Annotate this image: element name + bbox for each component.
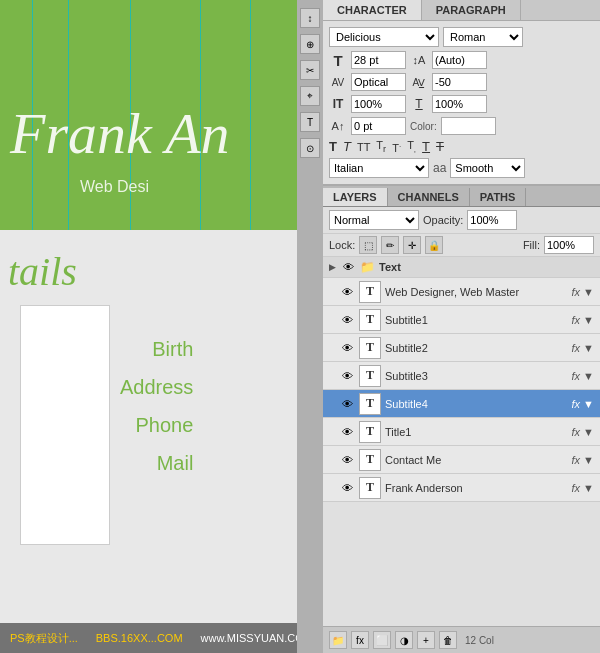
blend-mode-select[interactable]: Normal (329, 210, 419, 230)
strikethrough-button[interactable]: T (436, 139, 444, 154)
underline-button[interactable]: T (422, 139, 430, 154)
layer-4-eye[interactable]: 👁 (339, 396, 355, 412)
group-eye-icon[interactable]: 👁 (340, 259, 356, 275)
font-size-input[interactable] (351, 51, 406, 69)
vertical-scale-input[interactable] (351, 95, 406, 113)
layer-0-eye[interactable]: 👁 (339, 284, 355, 300)
bold-button[interactable]: T (329, 139, 337, 154)
toolbar-btn-3[interactable]: ✂ (300, 60, 320, 80)
layer-effects-btn[interactable]: fx (351, 631, 369, 649)
layer-2-fx[interactable]: fx ▼ (572, 342, 595, 354)
layer-mask-btn[interactable]: ⬜ (373, 631, 391, 649)
lock-all-btn[interactable]: 🔒 (425, 236, 443, 254)
kerning-tracking-row: AV AV̲ (329, 73, 594, 91)
layer-item-5[interactable]: 👁 T Title1 fx ▼ (323, 418, 600, 446)
lock-row: Lock: ⬚ ✏ ✛ 🔒 Fill: (323, 234, 600, 257)
language-select[interactable]: Italian (329, 158, 429, 178)
tab-paths[interactable]: PATHS (470, 188, 527, 206)
char-para-tabs: CHARACTER PARAGRAPH (323, 0, 600, 21)
tab-layers[interactable]: LAYERS (323, 188, 388, 206)
canvas-subtitle: Web Desi (80, 178, 149, 196)
toolbar-btn-1[interactable]: ↕ (300, 8, 320, 28)
layer-item-2[interactable]: 👁 T Subtitle2 fx ▼ (323, 334, 600, 362)
contact-list: Birth Address Phone Mail (120, 330, 193, 482)
opacity-input[interactable] (467, 210, 517, 230)
layer-1-fx[interactable]: fx ▼ (572, 314, 595, 326)
layers-bottom-bar: 📁 fx ⬜ ◑ + 🗑 12 Col (323, 626, 600, 653)
lock-transparent-btn[interactable]: ⬚ (359, 236, 377, 254)
italic-button[interactable]: T (343, 139, 351, 154)
toolbar-btn-5[interactable]: T (300, 112, 320, 132)
blend-mode-row: Normal Opacity: (323, 207, 600, 234)
font-family-select[interactable]: Delicious (329, 27, 439, 47)
watermark-text-mid: BBS.16XX...COM (96, 632, 183, 644)
toolbar-btn-2[interactable]: ⊕ (300, 34, 320, 54)
new-group-btn[interactable]: 📁 (329, 631, 347, 649)
tab-paragraph[interactable]: PARAGRAPH (422, 0, 521, 20)
baseline-input[interactable] (351, 117, 406, 135)
layer-5-eye[interactable]: 👁 (339, 424, 355, 440)
layer-7-eye[interactable]: 👁 (339, 480, 355, 496)
layer-0-fx[interactable]: fx ▼ (572, 286, 595, 298)
contact-phone: Phone (120, 406, 193, 444)
layer-5-name: Title1 (385, 426, 568, 438)
watermark-text-right: www.MISSYUAN.COM (201, 632, 297, 644)
tracking-input[interactable] (432, 73, 487, 91)
layer-5-fx[interactable]: fx ▼ (572, 426, 595, 438)
subscript-button[interactable]: T, (407, 139, 416, 154)
toolbar-btn-4[interactable]: ⌖ (300, 86, 320, 106)
layer-0-name: Web Designer, Web Master (385, 286, 568, 298)
lock-position-btn[interactable]: ✛ (403, 236, 421, 254)
size-leading-row: T ↕A (329, 51, 594, 69)
layer-item-1[interactable]: 👁 T Subtitle1 fx ▼ (323, 306, 600, 334)
layer-2-eye[interactable]: 👁 (339, 340, 355, 356)
layer-item-3[interactable]: 👁 T Subtitle3 fx ▼ (323, 362, 600, 390)
layer-3-fx[interactable]: fx ▼ (572, 370, 595, 382)
superscript-button[interactable]: T. (392, 140, 401, 154)
tab-channels[interactable]: CHANNELS (388, 188, 470, 206)
character-panel: Delicious Roman T ↕A AV AV̲ IT T (323, 21, 600, 186)
leading-input[interactable] (432, 51, 487, 69)
fill-input[interactable] (544, 236, 594, 254)
smallcaps-button[interactable]: Tr (376, 139, 386, 154)
watermark-bar: PS教程设计... BBS.16XX...COM www.MISSYUAN.CO… (0, 623, 297, 653)
layer-item-0[interactable]: 👁 T Web Designer, Web Master fx ▼ (323, 278, 600, 306)
layer-3-eye[interactable]: 👁 (339, 368, 355, 384)
layer-7-fx[interactable]: fx ▼ (572, 482, 595, 494)
allcaps-button[interactable]: TT (357, 141, 370, 153)
layers-panel: Normal Opacity: Lock: ⬚ ✏ ✛ 🔒 Fill: ▶ 👁 … (323, 207, 600, 653)
font-style-select[interactable]: Roman (443, 27, 523, 47)
tracking-icon: AV̲ (410, 77, 428, 88)
layer-6-fx[interactable]: fx ▼ (572, 454, 595, 466)
toolbar-btn-6[interactable]: ⊙ (300, 138, 320, 158)
toolbar-strip: ↕ ⊕ ✂ ⌖ T ⊙ (297, 0, 323, 653)
vertical-scale-icon: IT (329, 97, 347, 111)
adjustment-layer-btn[interactable]: ◑ (395, 631, 413, 649)
layer-1-thumb: T (359, 309, 381, 331)
lock-image-btn[interactable]: ✏ (381, 236, 399, 254)
tab-character[interactable]: CHARACTER (323, 0, 422, 20)
baseline-icon: A↑ (329, 120, 347, 132)
layer-6-eye[interactable]: 👁 (339, 452, 355, 468)
antialiasing-select[interactable]: Smooth (450, 158, 525, 178)
type-style-row: T T TT Tr T. T, T T (329, 139, 594, 154)
layer-6-thumb: T (359, 449, 381, 471)
new-layer-btn[interactable]: + (417, 631, 435, 649)
layer-group-text[interactable]: ▶ 👁 📁 Text (323, 257, 600, 278)
layer-1-eye[interactable]: 👁 (339, 312, 355, 328)
delete-layer-btn[interactable]: 🗑 (439, 631, 457, 649)
color-swatch[interactable] (441, 117, 496, 135)
layer-item-4[interactable]: 👁 T Subtitle4 fx ▼ (323, 390, 600, 418)
layer-1-name: Subtitle1 (385, 314, 568, 326)
layer-4-fx[interactable]: fx ▼ (572, 398, 595, 410)
horizontal-scale-input[interactable] (432, 95, 487, 113)
aa-label: aa (433, 161, 446, 175)
horizontal-scale-icon: T (410, 97, 428, 111)
lock-label: Lock: (329, 239, 355, 251)
kerning-icon: AV (329, 77, 347, 88)
layer-item-7[interactable]: 👁 T Frank Anderson fx ▼ (323, 474, 600, 502)
layer-item-6[interactable]: 👁 T Contact Me fx ▼ (323, 446, 600, 474)
kerning-input[interactable] (351, 73, 406, 91)
leading-icon: ↕A (410, 54, 428, 66)
tails-text: tails (8, 248, 77, 295)
